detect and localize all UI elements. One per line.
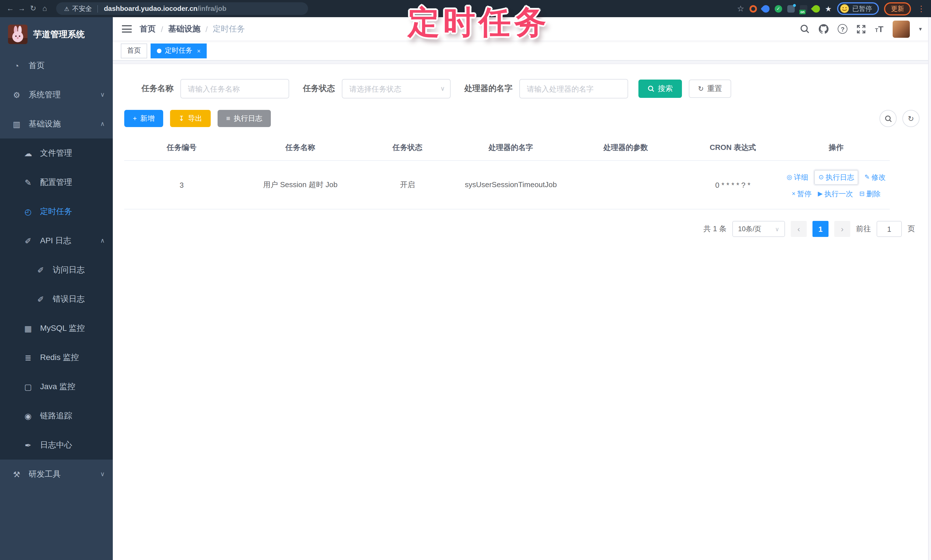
profile-paused-chip[interactable]: 已暂停 (837, 2, 879, 15)
col-cron: CRON 表达式 (683, 135, 783, 160)
pause-link[interactable]: × 暂停 (792, 188, 812, 200)
sidebar-item-job[interactable]: 定时任务 (0, 197, 113, 226)
download-icon: ↧ (179, 115, 184, 122)
edit-link[interactable]: ✎ 修改 (864, 170, 885, 185)
job-icon (23, 207, 33, 216)
extension-on-icon[interactable]: on (800, 5, 807, 12)
job-name-input[interactable] (180, 79, 289, 98)
extension-drop-icon[interactable] (760, 3, 771, 14)
sidebar-item-trace[interactable]: 链路追踪 (0, 401, 113, 430)
forward-icon[interactable]: → (16, 0, 28, 17)
tab-job[interactable]: 定时任务 × (151, 43, 207, 58)
fullscreen-icon[interactable] (857, 24, 866, 34)
sidebar-item-devtools[interactable]: 研发工具 (0, 460, 113, 489)
url-host: dashboard.yudao.iocoder.cn (104, 5, 197, 12)
help-icon[interactable]: ? (838, 24, 848, 34)
extension-check-icon[interactable]: ✓ (775, 5, 782, 12)
sidebar-collapse-icon[interactable] (122, 25, 132, 32)
extension-donut-icon[interactable] (749, 5, 757, 12)
handler-name-value: sysUserSessionTimeoutJob (465, 178, 557, 191)
run-once-link[interactable]: ▶ 执行一次 (818, 188, 853, 200)
vertical-scrollbar[interactable] (928, 17, 931, 560)
extension-grid-icon[interactable] (787, 5, 795, 12)
sidebar-item-home[interactable]: 首页 (0, 51, 113, 80)
github-icon[interactable] (819, 24, 829, 34)
reload-icon[interactable]: ↻ (28, 0, 39, 17)
font-size-icon[interactable]: TT (875, 25, 883, 33)
edit-link-label: 修改 (871, 172, 886, 183)
exec-log-button[interactable]: ≡ 执行日志 (217, 110, 271, 127)
sidebar-item-mysql[interactable]: MySQL 监控 (0, 314, 113, 343)
home-icon[interactable]: ⌂ (39, 0, 50, 17)
current-page-button[interactable]: 1 (812, 221, 829, 237)
sidebar-item-redis[interactable]: Redis 监控 (0, 343, 113, 372)
export-button-label: 导出 (188, 114, 202, 123)
exec-log-button-label: 执行日志 (234, 114, 262, 123)
filter-form: 任务名称 任务状态 ∨ 处理器的名字 (124, 64, 920, 98)
url-divider (98, 5, 98, 12)
sidebar-item-error-log[interactable]: 错误日志 (0, 285, 113, 314)
prev-page-button[interactable]: ‹ (791, 221, 807, 237)
table-tools: ↻ (880, 110, 920, 127)
cell-handler-param (568, 160, 683, 209)
delete-link[interactable]: ⊟ 删除 (859, 188, 880, 200)
exec-log-link[interactable]: ⊙ 执行日志 (814, 170, 858, 185)
export-button[interactable]: ↧ 导出 (170, 110, 211, 127)
job-status-select-input[interactable] (342, 79, 451, 98)
app-logo-row: 芋道管理系统 (0, 17, 113, 51)
add-button[interactable]: + 新增 (124, 110, 163, 127)
chevron-down-icon: ∨ (440, 85, 445, 92)
screen: ← → ↻ ⌂ ⚠ 不安全 dashboard.yudao.iocoder.cn… (0, 0, 931, 560)
bookmark-star-icon[interactable]: ☆ (737, 4, 744, 13)
sidebar-item-access-log[interactable]: 访问日志 (0, 255, 113, 285)
browser-menu-icon[interactable]: ⋮ (916, 4, 926, 13)
extension-leaf-icon[interactable] (811, 3, 822, 14)
col-handler-param: 处理器的参数 (568, 135, 683, 160)
sidebar-item-system[interactable]: 系统管理 (0, 80, 113, 109)
search-icon[interactable] (800, 24, 810, 34)
back-icon[interactable]: ← (5, 0, 16, 17)
sidebar-item-java[interactable]: Java 监控 (0, 372, 113, 401)
exec-log-link-label: 执行日志 (825, 172, 854, 183)
detail-link[interactable]: ◎ 详细 (787, 170, 808, 185)
row-actions-line2: × 暂停 ▶ 执行一次 ⊟ 删除 (785, 188, 888, 200)
sidebar-item-file-manage[interactable]: 文件管理 (0, 138, 113, 168)
breadcrumb-home[interactable]: 首页 (140, 24, 156, 34)
sidebar-item-label: 定时任务 (40, 206, 72, 217)
clock-icon: ⊙ (818, 172, 824, 182)
sidebar-submenu-infra: 文件管理 配置管理 定时任务 API 日志 访问日志 (0, 138, 113, 460)
sidebar-item-label: 基础设施 (29, 119, 61, 129)
goto-page-input[interactable] (877, 221, 902, 237)
sidebar-item-label: 链路追踪 (40, 411, 72, 421)
infrastructure-icon (11, 119, 22, 128)
refresh-table-icon[interactable]: ↻ (902, 110, 920, 127)
config-icon (23, 178, 33, 187)
sidebar-item-log-center[interactable]: 日志中心 (0, 430, 113, 460)
error-log-icon (35, 294, 46, 304)
reset-button[interactable]: ↻ 重置 (689, 80, 731, 98)
page-size-select[interactable]: 10条/页 ∨ (732, 221, 785, 237)
avatar-caret-icon[interactable]: ▾ (919, 26, 922, 32)
pagination-total: 共 1 条 (703, 224, 727, 234)
update-button[interactable]: 更新 (884, 2, 911, 15)
handler-name-input[interactable] (519, 79, 628, 98)
address-bar[interactable]: ⚠ 不安全 dashboard.yudao.iocoder.cn /infra/… (56, 2, 308, 15)
extension-star-icon[interactable]: ★ (825, 4, 832, 13)
job-status-select[interactable]: ∨ (342, 79, 451, 98)
chevron-up-icon (100, 237, 105, 245)
user-avatar[interactable] (892, 20, 910, 37)
sidebar-item-label: 文件管理 (40, 148, 72, 158)
breadcrumb-separator: / (161, 24, 163, 34)
play-icon: ▶ (818, 189, 823, 199)
search-button[interactable]: 搜索 (638, 80, 682, 98)
job-status-label: 任务状态 (303, 83, 335, 94)
breadcrumb-infra[interactable]: 基础设施 (168, 24, 200, 34)
sidebar-item-api-log[interactable]: API 日志 (0, 226, 113, 255)
tab-home[interactable]: 首页 (121, 43, 147, 58)
sidebar-item-config[interactable]: 配置管理 (0, 168, 113, 197)
list-icon: ≡ (226, 115, 230, 122)
next-page-button[interactable]: › (834, 221, 850, 237)
toggle-search-icon[interactable] (880, 110, 897, 127)
tab-close-icon[interactable]: × (197, 47, 201, 54)
sidebar-item-infra[interactable]: 基础设施 (0, 109, 113, 138)
